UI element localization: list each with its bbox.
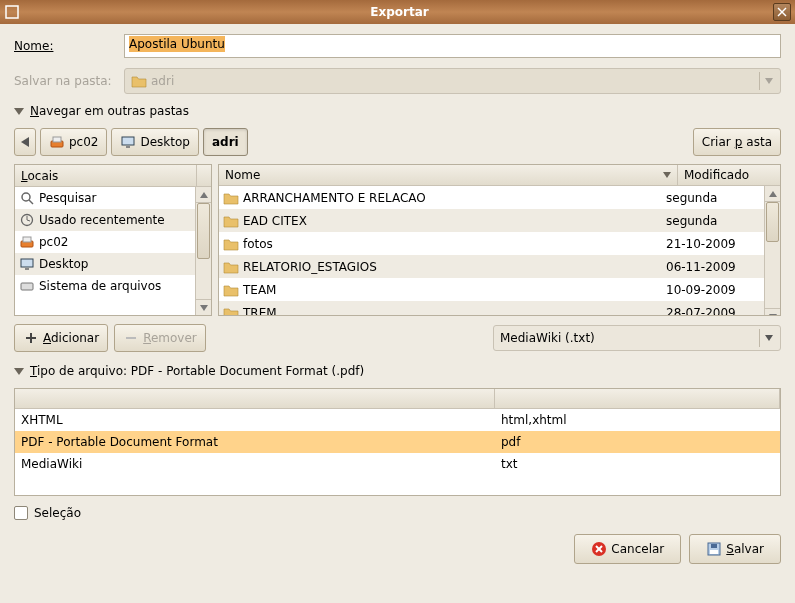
file-mod: 10-09-2009: [662, 283, 764, 297]
window-title: Exportar: [26, 5, 773, 19]
file-name: TREM: [243, 306, 277, 317]
place-search[interactable]: Pesquisar: [15, 187, 195, 209]
svg-marker-21: [769, 191, 777, 197]
format-value: MediaWiki (.txt): [500, 331, 595, 345]
folder-value: adri: [151, 74, 174, 88]
save-button[interactable]: Salvar: [689, 534, 781, 564]
scroll-down-icon[interactable]: [765, 308, 780, 316]
place-recent[interactable]: Usado recentemente: [15, 209, 195, 231]
svg-rect-31: [710, 550, 718, 554]
selection-label: Seleção: [34, 506, 81, 520]
clock-icon: [19, 212, 35, 228]
place-desktop[interactable]: Desktop: [15, 253, 195, 275]
chevron-down-icon: [14, 368, 24, 375]
scroll-up-icon[interactable]: [196, 187, 211, 203]
file-row[interactable]: TEAM10-09-2009: [219, 278, 764, 301]
selection-checkbox[interactable]: [14, 506, 28, 520]
svg-marker-20: [200, 305, 208, 311]
folder-icon: [223, 282, 239, 298]
disk-icon: [19, 278, 35, 294]
chevron-down-icon: [14, 108, 24, 115]
minus-icon: [123, 330, 139, 346]
browse-expander[interactable]: Navegar em outras pastas: [14, 104, 781, 118]
folder-combo: adri: [124, 68, 781, 94]
path-segment-desktop[interactable]: Desktop: [111, 128, 199, 156]
file-mod: segunda: [662, 191, 764, 205]
svg-rect-15: [23, 237, 31, 242]
file-name: fotos: [243, 237, 273, 251]
cancel-button[interactable]: Cancelar: [574, 534, 681, 564]
file-row[interactable]: ARRANCHAMENTO E RELACAOsegunda: [219, 186, 764, 209]
filetype-expander[interactable]: Tipo de arquivo: PDF - Portable Document…: [14, 364, 781, 378]
file-mod: segunda: [662, 214, 764, 228]
remove-button: Remover: [114, 324, 206, 352]
filetype-col-name[interactable]: [15, 389, 495, 408]
file-name: RELATORIO_ESTAGIOS: [243, 260, 377, 274]
save-icon: [706, 541, 722, 557]
titlebar: Exportar: [0, 0, 795, 24]
sort-desc-icon: [663, 172, 671, 178]
file-name: EAD CITEX: [243, 214, 307, 228]
type-name: PDF - Portable Document Format: [15, 433, 495, 451]
filetype-row[interactable]: PDF - Portable Document Formatpdf: [15, 431, 780, 453]
place-pc02[interactable]: pc02: [15, 231, 195, 253]
places-header[interactable]: Locais: [15, 165, 197, 186]
place-filesystem[interactable]: Sistema de arquivos: [15, 275, 195, 297]
scroll-up-icon[interactable]: [765, 186, 780, 202]
desktop-icon: [120, 134, 136, 150]
path-segment-adri[interactable]: adri: [203, 128, 248, 156]
cancel-icon: [591, 541, 607, 557]
type-ext: pdf: [495, 433, 780, 451]
files-col-mod[interactable]: Modificado: [678, 165, 780, 185]
folder-icon: [223, 190, 239, 206]
format-combo[interactable]: MediaWiki (.txt): [493, 325, 781, 351]
name-label: Nome:: [14, 39, 124, 53]
svg-line-13: [27, 220, 30, 221]
folder-icon: [223, 213, 239, 229]
files-scrollbar[interactable]: [764, 186, 780, 316]
svg-rect-6: [53, 137, 61, 142]
places-spacer-header: [197, 165, 211, 186]
type-ext: txt: [495, 455, 780, 473]
type-name: XHTML: [15, 411, 495, 429]
path-segment-pc02[interactable]: pc02: [40, 128, 107, 156]
svg-marker-26: [765, 335, 773, 341]
name-input[interactable]: Apostila Ubuntu: [124, 34, 781, 58]
filetype-table: XHTMLhtml,xhtmlPDF - Portable Document F…: [14, 388, 781, 496]
svg-marker-22: [769, 314, 777, 317]
search-icon: [19, 190, 35, 206]
plus-icon: [23, 330, 39, 346]
files-pane: Nome Modificado ARRANCHAMENTO E RELACAOs…: [218, 164, 781, 316]
file-mod: 06-11-2009: [662, 260, 764, 274]
file-row[interactable]: EAD CITEXsegunda: [219, 209, 764, 232]
drive-icon: [49, 134, 65, 150]
svg-rect-0: [6, 6, 18, 18]
add-button[interactable]: Adicionar: [14, 324, 108, 352]
svg-rect-18: [21, 283, 33, 290]
folder-icon: [131, 73, 147, 89]
svg-rect-16: [21, 259, 33, 267]
scroll-thumb[interactable]: [766, 202, 779, 242]
chevron-down-icon: [759, 72, 777, 90]
drive-icon: [19, 234, 35, 250]
svg-rect-32: [711, 544, 717, 548]
file-name: ARRANCHAMENTO E RELACAO: [243, 191, 426, 205]
places-scrollbar[interactable]: [195, 187, 211, 315]
path-back-button[interactable]: [14, 128, 36, 156]
scroll-thumb[interactable]: [197, 203, 210, 259]
file-row[interactable]: fotos21-10-2009: [219, 232, 764, 255]
close-button[interactable]: [773, 3, 791, 21]
create-folder-button[interactable]: Criar pasta: [693, 128, 781, 156]
file-row[interactable]: RELATORIO_ESTAGIOS06-11-2009: [219, 255, 764, 278]
type-name: MediaWiki: [15, 455, 495, 473]
filetype-row[interactable]: MediaWikitxt: [15, 453, 780, 475]
file-row[interactable]: TREM28-07-2009: [219, 301, 764, 316]
svg-rect-17: [25, 268, 29, 270]
files-col-name[interactable]: Nome: [219, 165, 678, 185]
desktop-icon: [19, 256, 35, 272]
filetype-row[interactable]: XHTMLhtml,xhtml: [15, 409, 780, 431]
scroll-down-icon[interactable]: [196, 299, 211, 315]
app-icon: [4, 4, 20, 20]
svg-line-10: [29, 200, 33, 204]
filetype-col-ext[interactable]: [495, 389, 780, 408]
